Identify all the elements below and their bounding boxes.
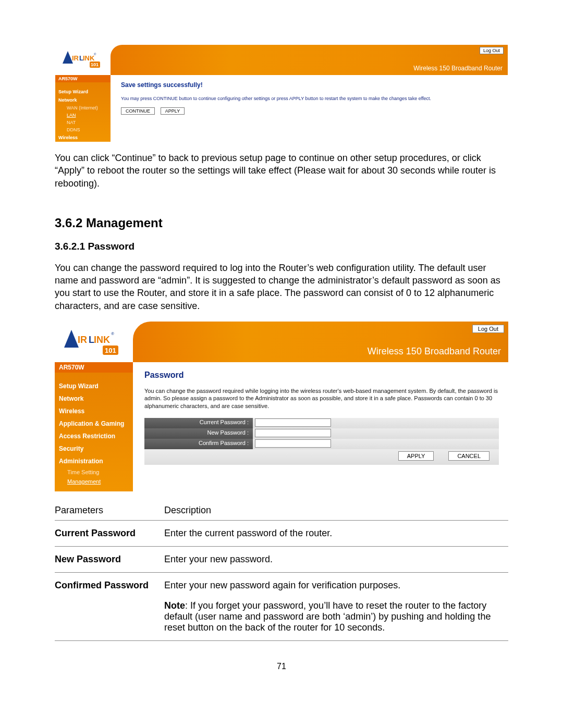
- svg-text:IR: IR: [72, 54, 79, 62]
- nav-wan[interactable]: WAN (Internet): [55, 104, 111, 112]
- new-password-input[interactable]: [255, 429, 331, 437]
- svg-text:®: ®: [111, 331, 114, 336]
- body-text-2: You can change the password required to …: [55, 262, 508, 312]
- note-text: : If you forget your password, you’ll ha…: [164, 600, 491, 633]
- password-note: Note: If you forget your password, you’l…: [164, 598, 508, 641]
- nav-wireless[interactable]: Wireless: [55, 405, 133, 417]
- product-title: Wireless 150 Broadband Router: [413, 65, 503, 72]
- col-description: Description: [164, 502, 508, 521]
- svg-text:101: 101: [91, 62, 99, 67]
- nav-network[interactable]: Network: [55, 96, 111, 104]
- screenshot-password: IR L INK ® 101 Log Out Wireless 150 Broa…: [55, 322, 508, 491]
- heading-password: 3.6.2.1 Password: [55, 241, 508, 252]
- confirm-password-input[interactable]: [255, 439, 331, 448]
- brand-logo: IR L INK ® 101: [55, 45, 111, 75]
- logout-button[interactable]: Log Out: [480, 47, 504, 54]
- nav-wireless[interactable]: Wireless: [55, 133, 111, 142]
- nav-lan[interactable]: LAN: [55, 112, 111, 119]
- sidebar-nav: AR570W Setup Wizard Network WAN (Interne…: [55, 75, 111, 142]
- nav-time-setting[interactable]: Time Setting: [55, 467, 133, 477]
- apply-button[interactable]: APPLY: [398, 451, 434, 461]
- label-new-password: New Password :: [144, 428, 253, 439]
- svg-text:INK: INK: [83, 54, 95, 62]
- password-heading: Password: [144, 371, 499, 380]
- param-current-password: Current Password: [55, 521, 164, 547]
- svg-text:IR: IR: [78, 335, 87, 345]
- apply-button[interactable]: APPLY: [161, 107, 185, 115]
- password-description: You can change the password required whi…: [144, 387, 499, 410]
- model-label: AR570W: [55, 75, 111, 82]
- svg-text:®: ®: [94, 53, 96, 56]
- model-label: AR570W: [55, 362, 133, 373]
- desc-current-password: Enter the current password of the router…: [164, 521, 508, 547]
- nav-administration[interactable]: Administration: [55, 455, 133, 467]
- label-current-password: Current Password :: [144, 418, 253, 428]
- nav-management[interactable]: Management: [55, 477, 133, 486]
- nav-access-restriction[interactable]: Access Restriction: [55, 430, 133, 442]
- note-label: Note: [164, 600, 185, 611]
- continue-button[interactable]: CONTINUE: [121, 107, 155, 115]
- product-title: Wireless 150 Broadband Router: [368, 346, 501, 357]
- svg-text:INK: INK: [94, 335, 110, 345]
- screenshot-save-settings: IR L INK ® 101 Log Out Wireless 150 Broa…: [55, 44, 508, 142]
- nav-nat[interactable]: NAT: [55, 119, 111, 126]
- body-text-1: You can click “Continue” to back to prev…: [55, 152, 508, 190]
- nav-setup-wizard[interactable]: Setup Wizard: [55, 88, 111, 96]
- save-heading: Save settings successfully!: [121, 81, 497, 89]
- nav-app-gaming[interactable]: Application & Gaming: [55, 417, 133, 430]
- param-confirmed-password: Confirmed Password: [55, 573, 164, 599]
- heading-management: 3.6.2 Management: [55, 216, 508, 230]
- label-confirm-password: Confirm Password :: [144, 439, 253, 449]
- svg-text:101: 101: [105, 347, 116, 354]
- logout-button[interactable]: Log Out: [472, 325, 504, 333]
- desc-new-password: Enter your new password.: [164, 547, 508, 573]
- page-number: 71: [55, 662, 508, 671]
- cancel-button[interactable]: CANCEL: [448, 451, 489, 461]
- brand-logo: IR L INK ® 101: [55, 322, 133, 362]
- desc-confirmed-password: Enter your new password again for verifi…: [164, 573, 508, 599]
- parameters-table: Parameters Description Current Password …: [55, 502, 508, 641]
- sidebar-nav: AR570W Setup Wizard Network Wireless App…: [55, 362, 133, 491]
- save-message: You may press CONTINUE button to continu…: [121, 96, 497, 101]
- col-parameters: Parameters: [55, 502, 164, 521]
- nav-ddns[interactable]: DDNS: [55, 126, 111, 133]
- nav-network[interactable]: Network: [55, 392, 133, 405]
- param-new-password: New Password: [55, 547, 164, 573]
- nav-security[interactable]: Security: [55, 442, 133, 455]
- current-password-input[interactable]: [255, 418, 331, 427]
- nav-setup-wizard[interactable]: Setup Wizard: [55, 380, 133, 392]
